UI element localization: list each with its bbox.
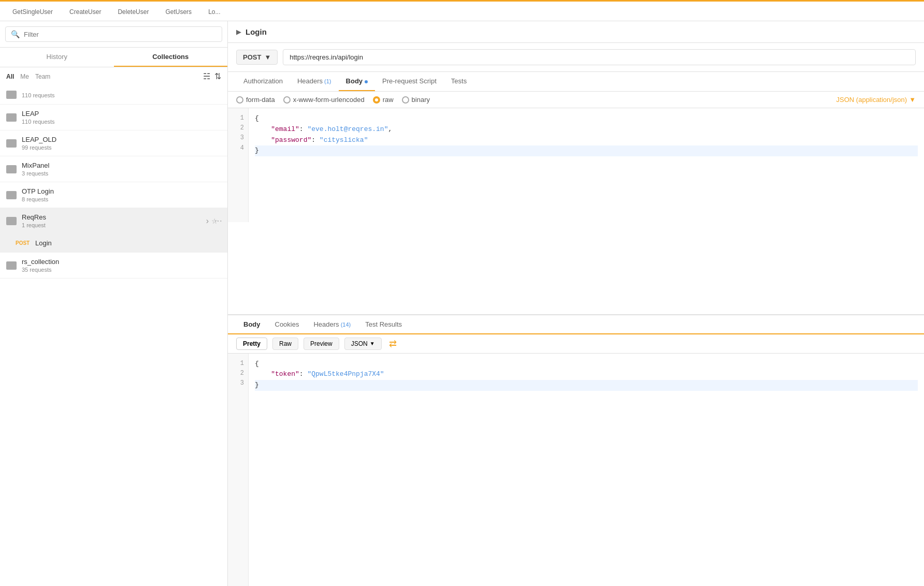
request-header: ▶ Login [228,21,924,43]
filter-tabs: All Me Team [6,73,50,80]
collection-name: MixPanel [22,162,221,169]
label-raw: raw [383,96,394,104]
tab-getsingleuser[interactable]: GetSingleUser [4,4,61,21]
sidebar-item-history[interactable]: History [0,48,114,67]
collection-info: Login [35,239,221,247]
collection-meta: 35 requests [22,267,221,273]
option-raw[interactable]: raw [373,96,394,104]
filter-me[interactable]: Me [20,73,29,80]
option-binary[interactable]: binary [402,96,430,104]
list-item[interactable]: OTP Login 8 requests [0,182,227,208]
folder-icon [6,91,17,99]
tab-prerequest[interactable]: Pre-request Script [375,72,444,91]
collection-meta: 110 requests [22,92,221,98]
radio-raw[interactable] [373,96,380,104]
method-selector[interactable]: POST ▼ [236,50,278,65]
code-line-1: { [255,113,918,124]
label-urlencoded: x-www-form-urlencoded [293,96,365,104]
response-area: Body Cookies Headers (14) Test Results P… [228,314,924,587]
collections-list: 110 requests LEAP 110 requests LEAP_OLD … [0,85,227,586]
code-line-3: "password": "cityslicka" [255,135,918,146]
collection-info: ReqRes 1 request [22,213,211,228]
filter-team[interactable]: Team [35,73,50,80]
collection-info: OTP Login 8 requests [22,187,221,202]
radio-urlencoded[interactable] [283,96,291,104]
tab-tests[interactable]: Tests [444,72,474,91]
expand-arrow-icon[interactable]: › [206,216,209,226]
radio-formdata[interactable] [236,96,243,104]
resp-toolbar: Pretty Raw Preview JSON ▼ ⇄ [228,334,924,354]
list-item-login[interactable]: POST Login [0,234,227,253]
expand-icon[interactable]: ▶ [236,28,241,36]
collection-info: 110 requests [22,91,221,98]
collection-name: LEAP_OLD [22,136,221,143]
code-line-2: "email": "eve.holt@reqres.in", [255,124,918,135]
line-numbers: 1 2 3 4 [228,108,249,222]
code-content: { "email": "eve.holt@reqres.in", "passwo… [249,108,924,222]
collection-meta: 3 requests [22,170,221,177]
tab-createuser[interactable]: CreateUser [61,4,109,21]
option-formdata[interactable]: form-data [236,96,275,104]
response-code-editor[interactable]: 1 2 3 { "token": "QpwL5tke4Pnpja7X4" } [228,354,924,587]
sort-btn[interactable]: ⇅ [214,71,221,81]
sidebar-item-collections[interactable]: Collections [114,48,228,67]
resp-code-content: { "token": "QpwL5tke4Pnpja7X4" } [249,354,924,587]
format-chevron-icon: ▼ [370,341,375,346]
search-input[interactable] [24,31,216,38]
list-item[interactable]: LEAP 110 requests [0,105,227,130]
format-json-btn[interactable]: JSON ▼ [344,338,382,350]
list-item[interactable]: 110 requests [0,85,227,105]
collection-name: rs_collection [22,258,221,266]
response-tabs: Body Cookies Headers (14) Test Results [228,315,924,334]
tab-authorization[interactable]: Authorization [236,72,290,91]
collection-info: MixPanel 3 requests [22,162,221,177]
request-tabs: Authorization Headers (1) Body Pre-reque… [228,72,924,92]
list-item[interactable]: MixPanel 3 requests [0,156,227,182]
filter-row: All Me Team ☵ ⇅ [0,67,227,85]
resp-tab-body[interactable]: Body [236,315,268,334]
tab-body[interactable]: Body [339,72,376,91]
list-item[interactable]: rs_collection 35 requests [0,253,227,279]
view-pretty-btn[interactable]: Pretty [236,338,267,350]
tab-lo[interactable]: Lo... [200,4,228,21]
list-item[interactable]: LEAP_OLD 99 requests [0,130,227,156]
tab-getusers[interactable]: GetUsers [157,4,200,21]
collection-info: LEAP 110 requests [22,110,221,125]
search-box[interactable]: 🔍 [5,26,222,42]
json-chevron-icon: ▼ [909,96,916,104]
json-format-selector[interactable]: JSON (application/json) ▼ [836,96,916,104]
collection-info: LEAP_OLD 99 requests [22,136,221,151]
filter-all[interactable]: All [6,73,14,80]
collection-name: ReqRes [22,213,211,221]
folder-icon [6,191,17,199]
view-raw-btn[interactable]: Raw [272,338,298,350]
folder-icon [6,217,17,225]
radio-binary[interactable] [402,96,409,104]
url-bar: POST ▼ [228,43,924,72]
code-line-4: } [255,145,918,156]
resp-line-numbers: 1 2 3 [228,354,249,587]
resp-tab-headers[interactable]: Headers (14) [306,315,358,333]
option-urlencoded[interactable]: x-www-form-urlencoded [283,96,365,104]
resp-tab-testresults[interactable]: Test Results [358,315,409,333]
view-preview-btn[interactable]: Preview [304,338,339,350]
wrap-icon[interactable]: ⇄ [389,338,397,349]
list-item-reqres[interactable]: ReqRes 1 request ☆ › ⋯ [0,208,227,234]
sidebar-nav: History Collections [0,48,227,67]
new-collection-btn[interactable]: ☵ [203,71,210,81]
resp-tab-cookies[interactable]: Cookies [268,315,307,333]
body-options: form-data x-www-form-urlencoded raw bina… [228,92,924,108]
label-binary: binary [412,96,430,104]
more-options-icon[interactable]: ⋯ [214,216,222,226]
folder-icon [6,113,17,122]
tab-deleteuser[interactable]: DeleteUser [109,4,157,21]
main-layout: 🔍 History Collections All Me Team ☵ ⇅ [0,21,924,586]
collection-meta: 8 requests [22,196,221,202]
url-input[interactable] [283,49,916,65]
tab-headers[interactable]: Headers (1) [290,72,339,91]
search-icon: 🔍 [11,30,20,38]
request-code-editor[interactable]: 1 2 3 4 { "email": "eve.holt@reqres.in",… [228,108,924,222]
method-chevron-icon: ▼ [264,53,271,61]
request-title: Login [246,27,267,36]
search-area: 🔍 [0,21,227,48]
